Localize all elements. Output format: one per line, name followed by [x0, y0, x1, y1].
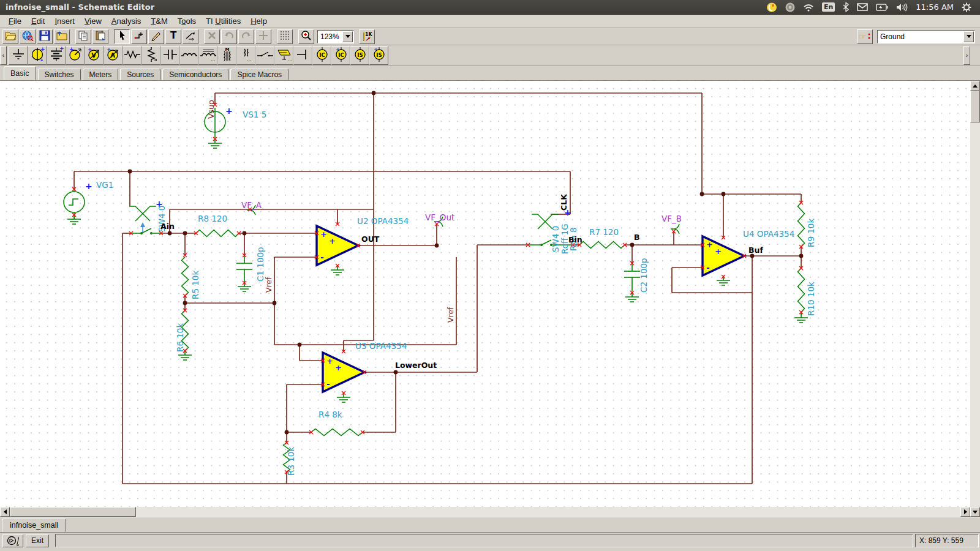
vertical-scrollbar[interactable] — [970, 81, 980, 517]
speaker-icon[interactable] — [896, 3, 908, 12]
resistor-component-button[interactable] — [123, 46, 141, 65]
ground-symbol[interactable] — [337, 392, 350, 402]
coupled-inductors-component-button[interactable]: ... — [236, 46, 255, 65]
component-dropdown-arrow-icon[interactable] — [963, 31, 974, 42]
label-CLK[interactable]: CLK — [559, 193, 568, 211]
battery-icon[interactable] — [876, 4, 888, 11]
label-VS1-5[interactable]: VS1 5 — [243, 110, 266, 119]
ground-symbol[interactable] — [67, 214, 81, 224]
wire-segment-tool-button[interactable] — [183, 29, 198, 44]
label-Vref[interactable]: Vref — [446, 307, 455, 323]
label-R3-10k[interactable]: R3 10k — [286, 447, 296, 476]
vertical-scroll-thumb[interactable] — [970, 91, 980, 122]
keyboard-layout[interactable]: En — [822, 2, 835, 12]
label-VG1[interactable]: VG1 — [96, 180, 113, 190]
label-R7-120[interactable]: R7 120 — [589, 227, 619, 237]
session-gear-icon[interactable] — [962, 2, 971, 12]
ic-circle-component-button[interactable]: IC — [312, 46, 331, 65]
label-Vref[interactable]: Vref — [264, 277, 273, 293]
menu-file[interactable]: File — [4, 15, 26, 27]
label-OUT[interactable]: OUT — [361, 234, 380, 244]
exit-button[interactable]: Exit — [26, 534, 49, 547]
export-file-button[interactable] — [54, 29, 70, 44]
label-B[interactable]: B — [634, 233, 640, 242]
label-VF_A[interactable]: VF_A — [241, 200, 262, 210]
select-cursor-button[interactable] — [114, 29, 130, 44]
voltage-source-component-button[interactable]: +- — [28, 46, 47, 65]
label-R8-120[interactable]: R8 120 — [198, 214, 227, 223]
controlled-switch-component-button[interactable]: ... — [274, 46, 293, 65]
palette-scroll-left[interactable]: ‹ — [0, 46, 7, 65]
pencil-tool-button[interactable] — [148, 29, 164, 44]
schematic-canvas[interactable]: ++-++-++-++++VsupVS1 5VG1SW4 0AinR8 120V… — [0, 81, 970, 507]
source-VG1[interactable] — [64, 192, 85, 212]
bluetooth-icon[interactable] — [843, 2, 849, 12]
tab-meters[interactable]: Meters — [83, 69, 119, 80]
voltage-generator-component-button[interactable]: + — [66, 46, 85, 65]
text-tool-button[interactable]: T — [165, 29, 181, 44]
app-icon[interactable] — [766, 2, 777, 12]
tab-spice-macros[interactable]: Spice Macros — [230, 69, 288, 80]
schematic-editor-button[interactable] — [2, 534, 23, 547]
horizontal-scrollbar[interactable] — [0, 507, 970, 517]
menu-insert[interactable]: Insert — [50, 15, 80, 27]
horizontal-scroll-thumb[interactable] — [10, 507, 136, 517]
menu-help[interactable]: Help — [246, 15, 272, 27]
ground-component-button[interactable] — [9, 46, 28, 65]
menu-edit[interactable]: Edit — [26, 15, 50, 27]
is-circle-plus-component-button[interactable]: IS+ — [369, 46, 388, 65]
label-C2-100p[interactable]: C2 100p — [639, 258, 649, 293]
switch-component-button[interactable] — [255, 46, 274, 65]
scroll-up-button[interactable] — [970, 81, 980, 91]
wire-tool-button[interactable] — [131, 29, 147, 44]
find-component-button[interactable]: ☞ — [857, 29, 873, 44]
label-R10-10k[interactable]: R10 10k — [806, 282, 816, 316]
label-R6-10k[interactable]: R6 10k — [175, 323, 185, 352]
open-file-button[interactable] — [2, 29, 18, 44]
document-tab[interactable]: infnoise_small — [2, 519, 66, 532]
label-U3-OPA4354[interactable]: U3 OPA4354 — [355, 341, 407, 351]
is-circle-component-button[interactable]: IS — [350, 46, 369, 65]
tab-basic[interactable]: Basic — [4, 66, 36, 80]
resistor-R8[interactable] — [196, 230, 239, 237]
clock[interactable]: 11:56 AM — [916, 2, 954, 12]
ground-symbol[interactable] — [625, 292, 639, 302]
component-select-combobox[interactable]: Ground — [877, 30, 975, 43]
volume-orb-icon[interactable] — [785, 2, 795, 12]
menu-ti-utilities[interactable]: TI Utilities — [201, 15, 246, 27]
resistor-R5[interactable] — [182, 257, 189, 296]
scroll-down-button[interactable] — [970, 507, 980, 517]
resistor-R9[interactable] — [798, 203, 805, 247]
label-SW4-0[interactable]: SW4 0 — [551, 226, 560, 252]
ic-circle-plus-component-button[interactable]: IC+ — [331, 46, 350, 65]
tab-switches[interactable]: Switches — [38, 69, 81, 80]
copy-button[interactable] — [75, 29, 91, 44]
menu-view[interactable]: View — [80, 15, 107, 27]
label-VF_B[interactable]: VF_B — [662, 214, 682, 223]
inductor-core-component-button[interactable]: ... — [198, 46, 217, 65]
label-Buf[interactable]: Buf — [748, 246, 763, 255]
last-component-1k-button[interactable]: 1K — [359, 29, 375, 44]
zoom-dropdown-arrow-icon[interactable] — [342, 31, 353, 42]
ground-symbol[interactable] — [208, 138, 222, 148]
resistor-R7[interactable] — [579, 242, 625, 249]
label-R4-8k[interactable]: R4 8k — [318, 410, 342, 419]
mail-icon[interactable] — [857, 3, 868, 11]
battery-component-button[interactable]: + — [47, 46, 66, 65]
zoom-tool-button[interactable] — [298, 29, 314, 44]
open-web-button[interactable] — [20, 29, 36, 44]
label-R9-10k[interactable]: R9 10k — [806, 219, 816, 247]
voltmeter-component-button[interactable]: V+ — [85, 46, 104, 65]
ammeter-component-button[interactable]: A+ — [104, 46, 123, 65]
scroll-right-button[interactable] — [960, 507, 970, 517]
palette-scroll-right[interactable]: › — [963, 46, 970, 65]
tab-sources[interactable]: Sources — [120, 69, 160, 80]
label-U4-OPA4354[interactable]: U4 OPA4354 — [743, 229, 794, 239]
label-C1-100p[interactable]: C1 100p — [255, 247, 265, 282]
inductor-component-button[interactable] — [179, 46, 198, 65]
transformer-component-button[interactable]: M — [217, 46, 236, 65]
ground-symbol[interactable] — [331, 265, 344, 275]
zoom-level-combobox[interactable]: 123% — [317, 30, 354, 43]
menu-analysis[interactable]: Analysis — [107, 15, 146, 27]
menu-tools[interactable]: Tools — [173, 15, 201, 27]
